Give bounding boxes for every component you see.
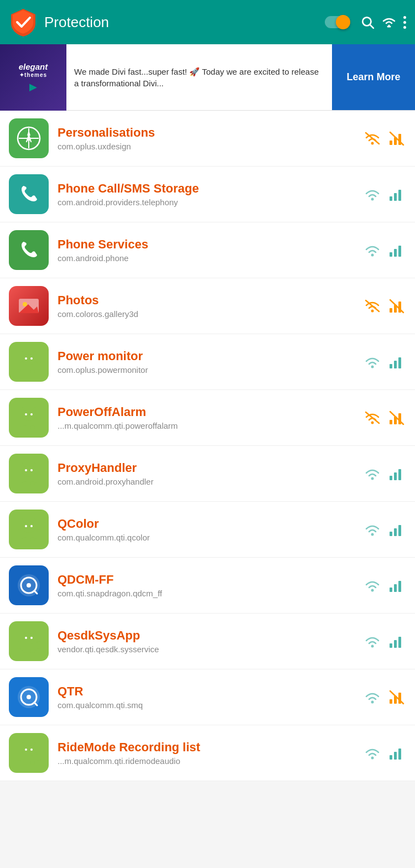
ad-banner: elegant ✦themes ▶ We made Divi fast...su… xyxy=(0,44,415,111)
svg-rect-52 xyxy=(23,425,27,429)
svg-rect-19 xyxy=(394,249,397,257)
svg-rect-36 xyxy=(17,362,20,370)
svg-rect-86 xyxy=(394,528,397,536)
app-list: A Personalisations com.oplus.uxdesign Ph… xyxy=(0,111,415,781)
svg-rect-107 xyxy=(394,640,397,648)
svg-rect-93 xyxy=(394,584,397,592)
app-list-item[interactable]: ProxyHandler com.android.proxyhandler xyxy=(0,446,415,502)
signal-status-icon xyxy=(387,576,406,595)
app-list-item[interactable]: Phone Services com.android.phone xyxy=(0,222,415,278)
signal-status-icon xyxy=(387,408,406,427)
svg-rect-104 xyxy=(30,649,35,653)
svg-line-1 xyxy=(370,25,374,28)
app-status-icons xyxy=(363,241,406,259)
search-icon[interactable] xyxy=(360,15,375,29)
app-name: QesdkSysApp xyxy=(58,628,363,643)
svg-rect-106 xyxy=(390,643,392,648)
learn-more-button[interactable]: Learn More xyxy=(332,44,415,110)
app-name: Personalisations xyxy=(58,126,363,140)
svg-rect-15 xyxy=(394,193,397,201)
svg-rect-129 xyxy=(394,752,397,760)
svg-rect-73 xyxy=(398,469,401,480)
svg-rect-9 xyxy=(390,141,392,145)
app-info: Photos com.coloros.gallery3d xyxy=(58,293,363,319)
protection-toggle[interactable] xyxy=(325,16,349,28)
svg-rect-102 xyxy=(37,641,41,649)
svg-point-84 xyxy=(371,533,374,536)
app-package: com.oplus.powermonitor xyxy=(58,365,363,375)
svg-rect-94 xyxy=(398,581,401,592)
app-info: Phone Services com.android.phone xyxy=(58,237,363,263)
svg-point-31 xyxy=(22,354,35,365)
svg-rect-130 xyxy=(398,749,401,760)
app-package: vendor.qti.qesdk.sysservice xyxy=(58,644,363,654)
svg-rect-81 xyxy=(37,529,41,537)
svg-rect-82 xyxy=(23,537,27,541)
app-info: QDCM-FF com.qti.snapdragon.qdcm_ff xyxy=(58,573,363,598)
wifi-status-icon xyxy=(363,185,382,204)
svg-rect-51 xyxy=(37,418,41,425)
svg-rect-16 xyxy=(398,190,401,201)
svg-rect-125 xyxy=(23,761,27,765)
svg-point-40 xyxy=(371,366,374,368)
svg-rect-101 xyxy=(17,641,20,649)
svg-rect-87 xyxy=(398,525,401,536)
app-package: ...m.qualcomm.qti.poweroffalarm xyxy=(58,421,363,430)
svg-point-111 xyxy=(27,695,31,699)
wifi-status-icon xyxy=(363,464,382,483)
svg-rect-56 xyxy=(390,420,392,424)
svg-rect-14 xyxy=(390,196,392,201)
wifi-status-icon xyxy=(363,688,382,706)
svg-line-79 xyxy=(33,519,35,522)
svg-rect-68 xyxy=(23,481,27,485)
svg-line-48 xyxy=(23,408,25,410)
svg-point-96 xyxy=(22,633,35,644)
svg-point-97 xyxy=(25,637,27,639)
app-status-icons xyxy=(363,129,406,148)
ad-description: We made Divi fast...super fast! 🚀 Today … xyxy=(66,59,332,96)
overflow-menu-icon[interactable] xyxy=(403,16,406,29)
app-list-item[interactable]: QColor com.qualcomm.qti.qcolor xyxy=(0,502,415,558)
app-status-icons xyxy=(363,464,406,483)
wifi-status-icon xyxy=(363,520,382,539)
ad-logo: elegant ✦themes ▶ xyxy=(0,44,66,111)
svg-point-112 xyxy=(371,701,374,704)
app-list-item[interactable]: QDCM-FF com.qti.snapdragon.qdcm_ff xyxy=(0,558,415,614)
app-list-item[interactable]: Phone Call/SMS Storage com.android.provi… xyxy=(0,167,415,222)
app-list-item[interactable]: QTR com.qualcomm.qti.smq xyxy=(0,669,415,725)
app-list-item[interactable]: Power monitor com.oplus.powermonitor xyxy=(0,334,415,390)
app-list-item[interactable]: Photos com.coloros.gallery3d xyxy=(0,278,415,334)
app-info: Phone Call/SMS Storage com.android.provi… xyxy=(58,181,363,207)
svg-line-49 xyxy=(33,408,35,410)
svg-line-99 xyxy=(23,631,25,634)
app-list-item[interactable]: A Personalisations com.oplus.uxdesign xyxy=(0,111,415,167)
app-status-icons xyxy=(363,576,406,595)
svg-rect-66 xyxy=(17,474,20,481)
app-list-item[interactable]: RideMode Recording list ...m.qualcomm.qt… xyxy=(0,725,415,781)
svg-rect-128 xyxy=(390,755,392,760)
app-name: Phone Services xyxy=(58,237,363,252)
svg-point-70 xyxy=(371,477,374,480)
app-package: com.android.phone xyxy=(58,253,363,263)
svg-rect-38 xyxy=(23,370,27,373)
svg-rect-113 xyxy=(390,699,392,704)
svg-point-76 xyxy=(25,525,27,527)
svg-point-46 xyxy=(25,413,27,415)
signal-status-icon xyxy=(387,297,406,315)
svg-point-22 xyxy=(23,302,27,306)
app-info: ProxyHandler com.android.proxyhandler xyxy=(58,461,363,486)
signal-status-icon xyxy=(387,241,406,259)
svg-rect-18 xyxy=(390,252,392,257)
app-list-item[interactable]: QesdkSysApp vendor.qti.qesdk.sysservice xyxy=(0,614,415,669)
svg-point-63 xyxy=(30,469,33,471)
signal-status-icon xyxy=(387,520,406,539)
app-status-icons xyxy=(363,185,406,204)
app-list-item[interactable]: PowerOffAlarm ...m.qualcomm.qti.poweroff… xyxy=(0,390,415,446)
svg-rect-108 xyxy=(398,637,401,648)
signal-status-icon xyxy=(387,352,406,371)
svg-rect-41 xyxy=(390,364,392,368)
svg-rect-53 xyxy=(30,425,35,429)
app-name: QTR xyxy=(58,684,363,699)
signal-status-icon xyxy=(387,129,406,148)
app-package: com.qualcomm.qti.smq xyxy=(58,700,363,710)
